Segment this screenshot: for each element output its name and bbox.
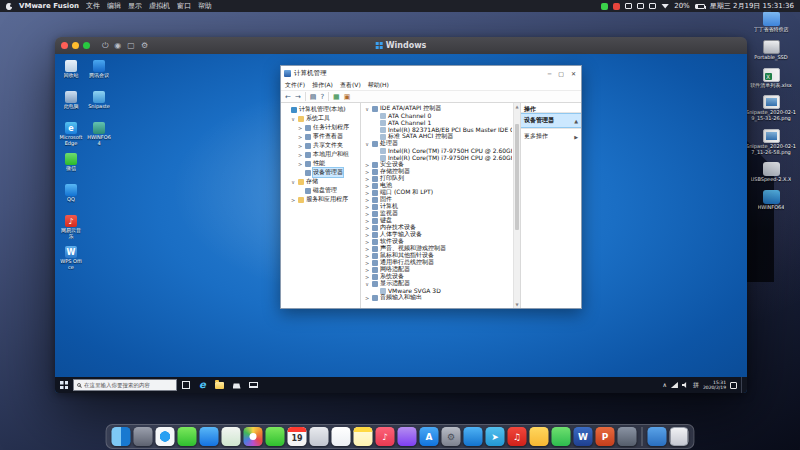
device-item[interactable]: >存储控制器 [363,168,512,175]
desktop-icon[interactable]: HWiNFO64 [745,190,797,211]
tree-expander-icon[interactable]: > [297,143,303,149]
device-expander-icon[interactable]: ∨ [364,106,370,112]
dock-music[interactable]: ♪ [376,427,395,446]
forward-icon[interactable]: → [295,93,301,101]
tree-item[interactable]: 计算机管理(本地) [281,105,360,114]
vm-desktop-icon[interactable]: WWPS Office [59,246,83,277]
device-expander-icon[interactable]: > [364,211,370,217]
tree-expander-icon[interactable]: > [297,134,303,140]
settings-gear-icon[interactable]: ⚙ [141,37,148,54]
device-expander-icon[interactable]: > [364,176,370,182]
dock-maps[interactable] [222,427,241,446]
menubar-menu-2[interactable]: 显示 [128,1,142,11]
device-item[interactable]: >计算机 [363,203,512,210]
dock-calendar[interactable]: 19 [288,427,307,446]
vm-desktop-icon[interactable]: 微信 [59,153,83,184]
keyboard-icon[interactable] [637,3,644,9]
help-icon[interactable]: ? [320,93,324,101]
scroll-up-icon[interactable]: ▲ [514,103,520,110]
dm-close-button[interactable]: ✕ [571,70,576,77]
vm-desktop-icon[interactable]: QQ [59,184,83,215]
dock-vscode[interactable] [464,427,483,446]
vm-desktop-icon[interactable]: 腾讯会议 [87,60,111,91]
tree-item[interactable]: ∨系统工具 [281,114,360,123]
device-expander-icon[interactable]: > [364,190,370,196]
dock-trash[interactable] [670,427,689,446]
power-icon[interactable]: ⏻ [102,37,108,54]
tree-expander-icon[interactable]: ∨ [290,116,296,122]
tray-expand-icon[interactable]: ∧ [663,382,667,388]
netease-music-icon[interactable] [613,3,620,10]
device-expander-icon[interactable]: > [364,225,370,231]
vm-desktop-icon[interactable]: ♪网易云音乐 [59,215,83,246]
device-list-scrollbar[interactable]: ▲ ▼ [513,103,520,308]
device-item[interactable]: ATA Channel 0 [363,112,512,119]
device-item[interactable]: >监视器 [363,210,512,217]
device-item[interactable]: >系统设备 [363,273,512,280]
tree-item[interactable]: >共享文件夹 [281,141,360,150]
dock-safari[interactable] [156,427,175,446]
wifi-icon[interactable] [661,4,669,9]
vm-desktop-icon[interactable]: eMicrosoft Edge [59,122,83,153]
close-button[interactable] [61,42,68,49]
device-expander-icon[interactable]: > [364,162,370,168]
dm-menu-1[interactable]: 操作(A) [312,81,333,90]
start-button[interactable] [55,377,73,393]
scan-devices-icon[interactable]: ▦ [333,93,340,101]
device-item[interactable]: >固件 [363,196,512,203]
dock-qq-music[interactable] [530,427,549,446]
dock-finder[interactable] [112,427,131,446]
device-item[interactable]: >声音、视频和游戏控制器 [363,245,512,252]
device-item[interactable]: Intel(R) Core(TM) i7-9750H CPU @ 2.60GHz [363,147,512,154]
device-expander-icon[interactable]: > [364,295,370,301]
taskbar-task-view-icon[interactable] [177,377,194,393]
device-item[interactable]: >安全设备 [363,161,512,168]
tree-expander-icon[interactable]: ∨ [290,179,296,185]
tree-item[interactable]: 设备管理器 [281,168,360,177]
vm-desktop-icon[interactable]: Snipaste [87,91,111,122]
device-item[interactable]: VMware SVGA 3D [363,287,512,294]
tree-item[interactable]: >性能 [281,159,360,168]
bluetooth-icon[interactable] [649,3,656,9]
dock-vmware-fusion[interactable] [618,427,637,446]
device-item[interactable]: >人体学输入设备 [363,231,512,238]
dock-messages[interactable] [178,427,197,446]
desktop-icon[interactable]: 丁丁省省特价店 [745,12,797,33]
dock-app-store[interactable]: A [420,427,439,446]
device-item[interactable]: >打印队列 [363,175,512,182]
tree-item[interactable]: >任务计划程序 [281,123,360,132]
back-icon[interactable]: ← [285,93,291,101]
device-item[interactable]: >音频输入和输出 [363,294,512,301]
tree-item[interactable]: >本地用户和组 [281,150,360,159]
vm-desktop-icon[interactable]: 回收站 [59,60,83,91]
network-icon[interactable] [671,382,678,388]
dock-photos[interactable] [244,427,263,446]
menubar-menu-4[interactable]: 窗口 [177,1,191,11]
snapshot-icon[interactable]: ◉ [114,37,121,54]
tree-expander-icon[interactable]: > [297,125,303,131]
taskbar-mail-icon[interactable] [245,377,262,393]
dm-maximize-button[interactable]: ▢ [558,70,564,77]
display-icon[interactable] [625,3,632,9]
vm-desktop-icon[interactable]: HWiNFO64 [87,122,111,153]
dock-contacts[interactable] [310,427,329,446]
dm-menu-3[interactable]: 帮助(H) [368,81,389,90]
dock-launchpad[interactable] [134,427,153,446]
display-mode-icon[interactable]: ▢ [127,37,135,54]
dock-mail[interactable] [200,427,219,446]
tree-item[interactable]: >事件查看器 [281,132,360,141]
scrollbar-thumb[interactable] [515,124,519,231]
desktop-icon[interactable]: Portable_SSD [745,40,797,61]
device-expander-icon[interactable]: > [364,169,370,175]
show-desktop-button[interactable] [741,377,744,393]
desktop-icon[interactable]: USBSpeed-2.X.X [745,162,797,183]
minimize-button[interactable] [72,42,79,49]
dock-reminders[interactable] [332,427,351,446]
taskbar-search[interactable]: 在这里输入你要搜索的内容 [73,379,177,391]
tree-expander-icon[interactable]: > [290,197,296,203]
device-item[interactable]: >键盘 [363,217,512,224]
device-item[interactable]: ∨显示适配器 [363,280,512,287]
device-item[interactable]: >端口 (COM 和 LPT) [363,189,512,196]
dock-notes[interactable] [354,427,373,446]
zoom-button[interactable] [83,42,90,49]
